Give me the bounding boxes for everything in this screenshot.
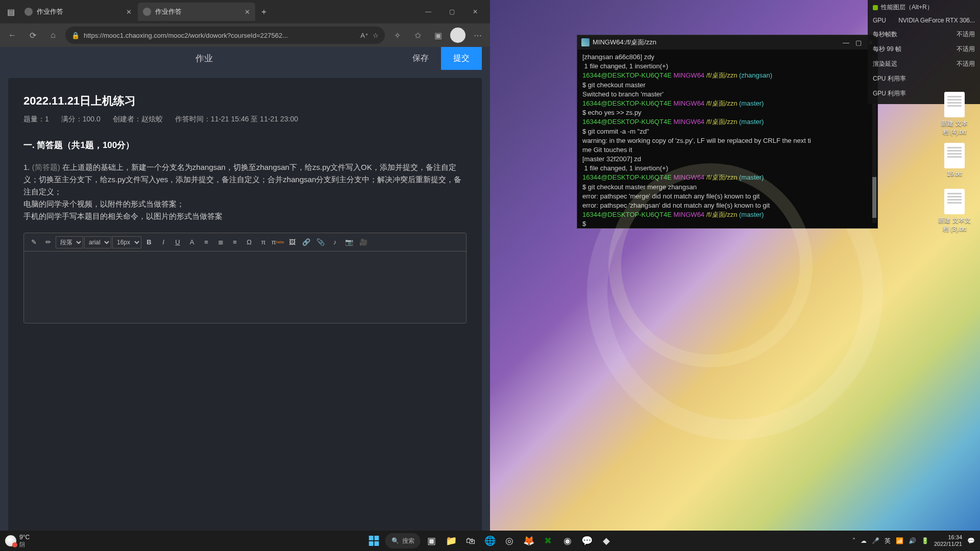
maximize-button[interactable]: ▢ xyxy=(440,3,463,21)
rich-text-editor: ✎ ✏ 段落 arial 16px B I U A ≡ ≣ ≡ Ω π πbet… xyxy=(23,233,467,323)
close-icon[interactable]: ✕ xyxy=(244,8,250,16)
attachment-icon[interactable]: 📎 xyxy=(314,236,327,249)
volume-icon[interactable]: 🔊 xyxy=(909,537,916,544)
svg-rect-0 xyxy=(369,536,374,540)
file-icon xyxy=(944,189,965,214)
nvidia-icon xyxy=(873,5,878,10)
store-icon[interactable]: 🛍 xyxy=(462,533,479,549)
ime-indicator[interactable]: 英 xyxy=(885,537,891,545)
weather-temp: 9°C xyxy=(19,534,30,541)
lock-icon: 🔒 xyxy=(71,32,80,39)
align-left-icon[interactable]: ≡ xyxy=(200,236,213,249)
omega-icon[interactable]: Ω xyxy=(242,236,256,249)
assignment-content: 2022.11.21日上机练习 题量：1 满分：100.0 创建者：赵炫蛟 作答… xyxy=(8,78,482,543)
minimize-button[interactable]: — xyxy=(416,3,440,21)
maximize-button[interactable]: ▢ xyxy=(855,39,862,46)
desktop-file-icon[interactable]: 新建 文本 档 (4).txt xyxy=(934,92,975,137)
tab-1[interactable]: 作业作答 ✕ xyxy=(138,3,255,21)
font-color-button[interactable]: A xyxy=(185,236,199,249)
taskbar-center: 🔍搜索 ▣ 📁 🛍 🌐 ◎ 🦊 ✖ ◉ 💬 ◆ xyxy=(366,533,615,549)
save-button[interactable]: 保存 xyxy=(400,47,441,70)
section-title: 一. 简答题（共1题，100分） xyxy=(23,139,467,151)
tab-actions-icon[interactable]: ▤ xyxy=(3,4,18,19)
weather-widget[interactable]: 9°C 阴 xyxy=(5,534,30,548)
dell-icon[interactable]: ◎ xyxy=(501,533,518,549)
extensions-icon[interactable]: ✧ xyxy=(389,27,405,43)
star-icon[interactable]: ☆ xyxy=(373,32,379,39)
home-button[interactable]: ⌂ xyxy=(45,27,61,43)
desktop-file-icon[interactable]: 新建 文本文 档 (3).txt xyxy=(934,189,975,234)
terminal-title-text: MINGW64:/f/桌面/zzn xyxy=(593,38,656,47)
window-controls: — ▢ ✕ xyxy=(416,3,487,21)
svg-rect-1 xyxy=(375,536,379,540)
reader-icon[interactable]: A⁺ xyxy=(360,32,369,39)
collections-icon[interactable]: ▣ xyxy=(430,27,446,43)
profile-avatar[interactable] xyxy=(450,28,465,43)
italic-button[interactable]: I xyxy=(157,236,170,249)
xbox-icon[interactable]: ✖ xyxy=(540,533,556,549)
browser-window: ▤ 作业作答 ✕ 作业作答 ✕ ＋ — ▢ ✕ ← ⟳ ⌂ 🔒 https://… xyxy=(0,0,490,551)
url-input[interactable]: 🔒 https://mooc1.chaoxing.com/mooc2/work/… xyxy=(65,27,385,44)
menu-icon[interactable]: ⋯ xyxy=(470,27,486,43)
terminal-line: warning: in the working copy of 'zs.py',… xyxy=(582,136,872,145)
desktop[interactable]: MINGW64:/f/桌面/zzn — ▢ ✕ [zhangsan a66c80… xyxy=(490,0,980,531)
weather-cond: 阴 xyxy=(19,541,30,548)
camera-icon[interactable]: 📷 xyxy=(342,236,356,249)
weather-icon xyxy=(5,535,16,546)
terminal-line: 1 file changed, 1 insertion(+) xyxy=(582,164,872,173)
svg-rect-2 xyxy=(369,541,374,546)
minimize-button[interactable]: — xyxy=(843,39,849,46)
terminal-line: 16344@DESKTOP-KU6QT4E MINGW64 /f/桌面/zzn … xyxy=(582,210,872,219)
explorer-icon[interactable]: 📁 xyxy=(443,533,459,549)
close-icon[interactable]: ✕ xyxy=(126,8,132,16)
wifi-icon[interactable]: 📶 xyxy=(896,537,903,544)
tab-0[interactable]: 作业作答 ✕ xyxy=(19,3,137,21)
brush-icon[interactable]: ✏ xyxy=(41,236,55,249)
align-center-icon[interactable]: ≣ xyxy=(214,236,227,249)
size-select[interactable]: 16px xyxy=(112,236,141,248)
font-select[interactable]: arial xyxy=(84,236,111,248)
globe-icon xyxy=(24,8,33,16)
microphone-icon[interactable]: 🎤 xyxy=(872,537,879,544)
video-icon[interactable]: 🎥 xyxy=(357,236,370,249)
bold-button[interactable]: B xyxy=(142,236,156,249)
close-button[interactable]: ✕ xyxy=(463,3,487,21)
taskbar-search[interactable]: 🔍搜索 xyxy=(385,533,421,548)
refresh-button[interactable]: ⟳ xyxy=(24,27,41,43)
app-icon[interactable]: ◉ xyxy=(559,533,576,549)
git-icon[interactable]: ◆ xyxy=(598,533,615,549)
align-right-icon[interactable]: ≡ xyxy=(228,236,241,249)
terminal-icon xyxy=(581,38,590,46)
back-button[interactable]: ← xyxy=(4,27,20,43)
terminal-body[interactable]: [zhangsan a66c806] zdy 1 file changed, 1… xyxy=(577,49,877,228)
onedrive-icon[interactable]: ☁ xyxy=(861,537,867,544)
question-body: 1. (简答题) 在上道题的基础上，新建一个分支名为zhangsan，切换至zh… xyxy=(23,161,467,222)
new-tab-button[interactable]: ＋ xyxy=(256,4,272,19)
task-view-icon[interactable]: ▣ xyxy=(424,533,440,549)
editor-textarea[interactable] xyxy=(24,252,466,323)
taskbar-clock[interactable]: 16:34 2022/11/21 xyxy=(934,534,962,547)
format-select[interactable]: 段落 xyxy=(56,236,83,248)
taskbar: 9°C 阴 🔍搜索 ▣ 📁 🛍 🌐 ◎ 🦊 ✖ ◉ 💬 ◆ ˄ ☁ 🎤 英 📶 … xyxy=(0,531,980,551)
image-icon[interactable]: 🖼 xyxy=(285,236,299,249)
terminal-line: 16344@DESKTOP-KU6QT4E MINGW64 /f/桌面/zzn … xyxy=(582,99,872,108)
favorites-icon[interactable]: ✩ xyxy=(409,27,426,43)
page-content: 作业 保存 提交 2022.11.21日上机练习 题量：1 满分：100.0 创… xyxy=(0,47,490,551)
terminal-titlebar[interactable]: MINGW64:/f/桌面/zzn — ▢ ✕ xyxy=(577,35,877,49)
start-button[interactable] xyxy=(366,533,382,549)
edge-icon[interactable]: 🌐 xyxy=(482,533,498,549)
firefox-icon[interactable]: 🦊 xyxy=(521,533,537,549)
terminal-line: error: pathspec 'zhangsan' did not match… xyxy=(582,201,872,210)
battery-icon[interactable]: 🔋 xyxy=(921,537,929,544)
formula-icon[interactable]: πbeta xyxy=(271,236,284,249)
wechat-icon[interactable]: 💬 xyxy=(579,533,595,549)
tray-chevron-icon[interactable]: ˄ xyxy=(852,537,855,544)
link-icon[interactable]: 🔗 xyxy=(300,236,313,249)
eraser-icon[interactable]: ✎ xyxy=(27,236,40,249)
desktop-file-icon[interactable]: 19.txt xyxy=(934,143,975,178)
pi-icon[interactable]: π xyxy=(257,236,270,249)
underline-button[interactable]: U xyxy=(171,236,184,249)
audio-icon[interactable]: ♪ xyxy=(328,236,341,249)
notifications-icon[interactable]: 💬 xyxy=(967,537,975,544)
submit-button[interactable]: 提交 xyxy=(441,47,482,70)
